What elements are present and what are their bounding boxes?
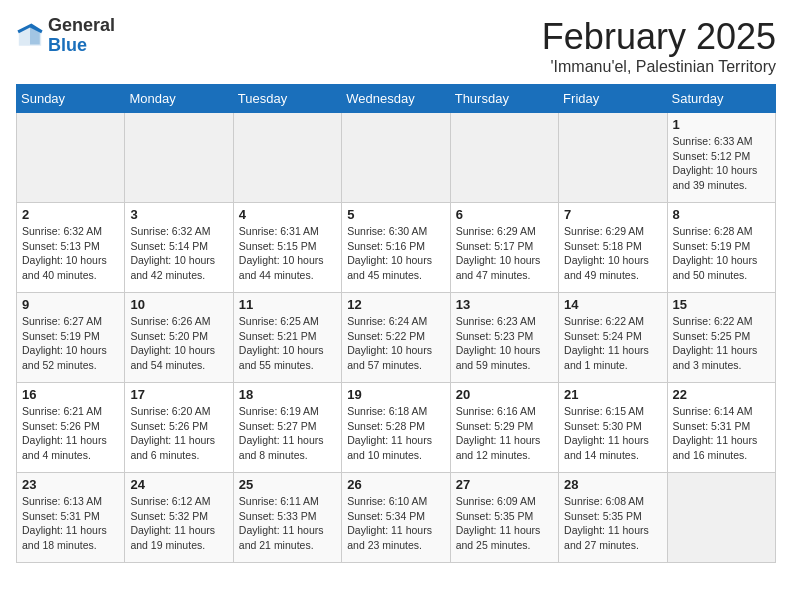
day-info: Sunrise: 6:18 AM Sunset: 5:28 PM Dayligh… (347, 404, 444, 463)
calendar-cell: 26Sunrise: 6:10 AM Sunset: 5:34 PM Dayli… (342, 473, 450, 563)
day-number: 17 (130, 387, 227, 402)
calendar-cell: 15Sunrise: 6:22 AM Sunset: 5:25 PM Dayli… (667, 293, 775, 383)
calendar-cell: 17Sunrise: 6:20 AM Sunset: 5:26 PM Dayli… (125, 383, 233, 473)
calendar-cell: 1Sunrise: 6:33 AM Sunset: 5:12 PM Daylig… (667, 113, 775, 203)
day-number: 21 (564, 387, 661, 402)
day-header-sunday: Sunday (17, 85, 125, 113)
day-header-thursday: Thursday (450, 85, 558, 113)
day-info: Sunrise: 6:32 AM Sunset: 5:14 PM Dayligh… (130, 224, 227, 283)
day-info: Sunrise: 6:22 AM Sunset: 5:25 PM Dayligh… (673, 314, 770, 373)
week-row-5: 23Sunrise: 6:13 AM Sunset: 5:31 PM Dayli… (17, 473, 776, 563)
day-number: 19 (347, 387, 444, 402)
day-number: 20 (456, 387, 553, 402)
page-header: General Blue February 2025 'Immanu'el, P… (16, 16, 776, 76)
day-info: Sunrise: 6:10 AM Sunset: 5:34 PM Dayligh… (347, 494, 444, 553)
calendar-cell: 12Sunrise: 6:24 AM Sunset: 5:22 PM Dayli… (342, 293, 450, 383)
calendar-cell: 18Sunrise: 6:19 AM Sunset: 5:27 PM Dayli… (233, 383, 341, 473)
day-number: 4 (239, 207, 336, 222)
calendar-cell: 21Sunrise: 6:15 AM Sunset: 5:30 PM Dayli… (559, 383, 667, 473)
calendar-cell: 28Sunrise: 6:08 AM Sunset: 5:35 PM Dayli… (559, 473, 667, 563)
day-number: 18 (239, 387, 336, 402)
day-info: Sunrise: 6:13 AM Sunset: 5:31 PM Dayligh… (22, 494, 119, 553)
day-number: 12 (347, 297, 444, 312)
day-number: 23 (22, 477, 119, 492)
day-info: Sunrise: 6:26 AM Sunset: 5:20 PM Dayligh… (130, 314, 227, 373)
calendar-cell: 24Sunrise: 6:12 AM Sunset: 5:32 PM Dayli… (125, 473, 233, 563)
day-info: Sunrise: 6:33 AM Sunset: 5:12 PM Dayligh… (673, 134, 770, 193)
calendar-cell: 23Sunrise: 6:13 AM Sunset: 5:31 PM Dayli… (17, 473, 125, 563)
week-row-4: 16Sunrise: 6:21 AM Sunset: 5:26 PM Dayli… (17, 383, 776, 473)
calendar-cell: 16Sunrise: 6:21 AM Sunset: 5:26 PM Dayli… (17, 383, 125, 473)
day-info: Sunrise: 6:08 AM Sunset: 5:35 PM Dayligh… (564, 494, 661, 553)
logo-icon (16, 22, 44, 50)
calendar-cell: 10Sunrise: 6:26 AM Sunset: 5:20 PM Dayli… (125, 293, 233, 383)
day-number: 11 (239, 297, 336, 312)
day-number: 15 (673, 297, 770, 312)
day-number: 10 (130, 297, 227, 312)
day-number: 28 (564, 477, 661, 492)
calendar-cell: 5Sunrise: 6:30 AM Sunset: 5:16 PM Daylig… (342, 203, 450, 293)
day-info: Sunrise: 6:29 AM Sunset: 5:18 PM Dayligh… (564, 224, 661, 283)
day-header-friday: Friday (559, 85, 667, 113)
calendar-cell: 3Sunrise: 6:32 AM Sunset: 5:14 PM Daylig… (125, 203, 233, 293)
calendar-cell (559, 113, 667, 203)
day-info: Sunrise: 6:11 AM Sunset: 5:33 PM Dayligh… (239, 494, 336, 553)
day-number: 27 (456, 477, 553, 492)
calendar-cell: 14Sunrise: 6:22 AM Sunset: 5:24 PM Dayli… (559, 293, 667, 383)
day-info: Sunrise: 6:14 AM Sunset: 5:31 PM Dayligh… (673, 404, 770, 463)
day-info: Sunrise: 6:24 AM Sunset: 5:22 PM Dayligh… (347, 314, 444, 373)
day-info: Sunrise: 6:23 AM Sunset: 5:23 PM Dayligh… (456, 314, 553, 373)
day-info: Sunrise: 6:19 AM Sunset: 5:27 PM Dayligh… (239, 404, 336, 463)
calendar-title: February 2025 (542, 16, 776, 58)
day-number: 22 (673, 387, 770, 402)
calendar-cell: 22Sunrise: 6:14 AM Sunset: 5:31 PM Dayli… (667, 383, 775, 473)
day-info: Sunrise: 6:31 AM Sunset: 5:15 PM Dayligh… (239, 224, 336, 283)
day-number: 6 (456, 207, 553, 222)
calendar-cell: 11Sunrise: 6:25 AM Sunset: 5:21 PM Dayli… (233, 293, 341, 383)
calendar-cell: 27Sunrise: 6:09 AM Sunset: 5:35 PM Dayli… (450, 473, 558, 563)
calendar-cell: 20Sunrise: 6:16 AM Sunset: 5:29 PM Dayli… (450, 383, 558, 473)
day-info: Sunrise: 6:25 AM Sunset: 5:21 PM Dayligh… (239, 314, 336, 373)
day-info: Sunrise: 6:32 AM Sunset: 5:13 PM Dayligh… (22, 224, 119, 283)
day-number: 1 (673, 117, 770, 132)
day-info: Sunrise: 6:20 AM Sunset: 5:26 PM Dayligh… (130, 404, 227, 463)
day-number: 3 (130, 207, 227, 222)
week-row-2: 2Sunrise: 6:32 AM Sunset: 5:13 PM Daylig… (17, 203, 776, 293)
day-header-row: SundayMondayTuesdayWednesdayThursdayFrid… (17, 85, 776, 113)
calendar-cell: 8Sunrise: 6:28 AM Sunset: 5:19 PM Daylig… (667, 203, 775, 293)
calendar-cell (342, 113, 450, 203)
title-block: February 2025 'Immanu'el, Palestinian Te… (542, 16, 776, 76)
day-info: Sunrise: 6:30 AM Sunset: 5:16 PM Dayligh… (347, 224, 444, 283)
calendar-cell (233, 113, 341, 203)
day-number: 2 (22, 207, 119, 222)
day-info: Sunrise: 6:12 AM Sunset: 5:32 PM Dayligh… (130, 494, 227, 553)
day-number: 25 (239, 477, 336, 492)
day-info: Sunrise: 6:16 AM Sunset: 5:29 PM Dayligh… (456, 404, 553, 463)
day-number: 16 (22, 387, 119, 402)
calendar-cell: 13Sunrise: 6:23 AM Sunset: 5:23 PM Dayli… (450, 293, 558, 383)
day-info: Sunrise: 6:29 AM Sunset: 5:17 PM Dayligh… (456, 224, 553, 283)
calendar-cell (17, 113, 125, 203)
day-number: 9 (22, 297, 119, 312)
logo: General Blue (16, 16, 115, 56)
calendar-cell: 7Sunrise: 6:29 AM Sunset: 5:18 PM Daylig… (559, 203, 667, 293)
calendar-header: SundayMondayTuesdayWednesdayThursdayFrid… (17, 85, 776, 113)
day-number: 5 (347, 207, 444, 222)
day-info: Sunrise: 6:28 AM Sunset: 5:19 PM Dayligh… (673, 224, 770, 283)
logo-text: General Blue (48, 16, 115, 56)
day-header-monday: Monday (125, 85, 233, 113)
calendar-subtitle: 'Immanu'el, Palestinian Territory (542, 58, 776, 76)
calendar-cell: 25Sunrise: 6:11 AM Sunset: 5:33 PM Dayli… (233, 473, 341, 563)
day-info: Sunrise: 6:15 AM Sunset: 5:30 PM Dayligh… (564, 404, 661, 463)
calendar-cell: 2Sunrise: 6:32 AM Sunset: 5:13 PM Daylig… (17, 203, 125, 293)
day-info: Sunrise: 6:09 AM Sunset: 5:35 PM Dayligh… (456, 494, 553, 553)
calendar-cell (125, 113, 233, 203)
calendar-body: 1Sunrise: 6:33 AM Sunset: 5:12 PM Daylig… (17, 113, 776, 563)
calendar-cell: 19Sunrise: 6:18 AM Sunset: 5:28 PM Dayli… (342, 383, 450, 473)
day-number: 26 (347, 477, 444, 492)
calendar-cell (667, 473, 775, 563)
day-info: Sunrise: 6:21 AM Sunset: 5:26 PM Dayligh… (22, 404, 119, 463)
week-row-1: 1Sunrise: 6:33 AM Sunset: 5:12 PM Daylig… (17, 113, 776, 203)
calendar-cell: 4Sunrise: 6:31 AM Sunset: 5:15 PM Daylig… (233, 203, 341, 293)
day-number: 24 (130, 477, 227, 492)
